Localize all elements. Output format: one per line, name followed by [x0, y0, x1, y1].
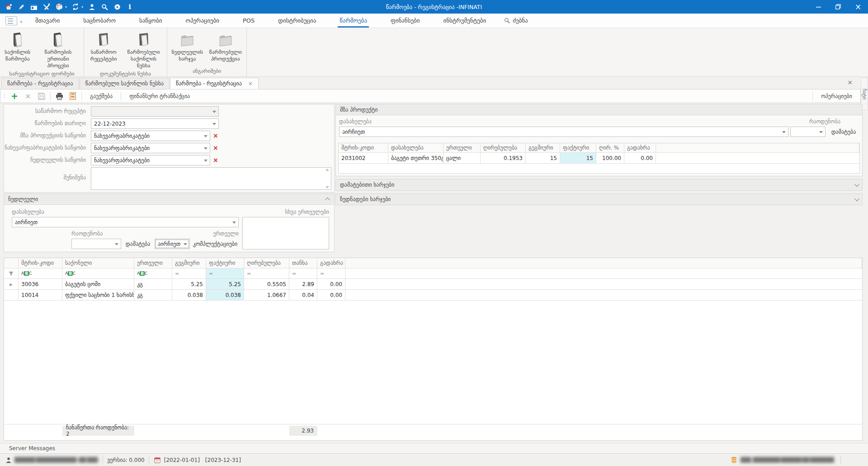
filter-abc-icon[interactable]: ABC — [19, 268, 62, 279]
status-date-from[interactable]: [2022-01-01] — [164, 457, 200, 463]
cancel-button[interactable]: გაუქმება — [84, 90, 119, 102]
cell-actual[interactable]: 15 — [560, 153, 596, 164]
note-textarea[interactable] — [91, 167, 331, 190]
filter-equals-icon[interactable]: = — [172, 268, 206, 279]
ribbon-button-produced-goods-list[interactable]: წარმოებული საქონლის ნუსხა — [124, 30, 163, 69]
column-header[interactable]: დასახელება — [388, 143, 443, 153]
column-header[interactable]: ღირებულება — [244, 258, 289, 268]
raw-qty-combobox[interactable] — [71, 239, 121, 249]
refresh-icon[interactable] — [71, 3, 80, 11]
chevron-down-icon[interactable] — [854, 196, 859, 201]
save-button[interactable] — [35, 90, 48, 102]
cell-actual[interactable]: 0.038 — [206, 290, 244, 301]
app-menu-icon[interactable]: ▾ — [5, 16, 17, 25]
refresh-dropdown-caret[interactable]: ▾ — [81, 5, 83, 9]
raw-kits-button[interactable]: კომპლექტაციები — [192, 239, 239, 249]
filter-equals-icon[interactable]: = — [289, 268, 317, 279]
menu-item-pos[interactable]: POS — [236, 14, 261, 27]
column-header[interactable]: ერთეული — [134, 258, 172, 268]
status-calendar-icon[interactable] — [153, 456, 161, 464]
filter-abc-icon[interactable]: ABC — [134, 268, 172, 279]
ribbon-button-unified-production-process[interactable]: წარმოების ერთიანი პროცესი — [36, 30, 80, 69]
column-header[interactable]: საქონელი — [62, 258, 134, 268]
ribbon-button-raw-material-consumption[interactable]: ნედლეულის ხარჯვა — [171, 30, 204, 62]
restore-button[interactable] — [828, 0, 848, 14]
report-button[interactable] — [66, 90, 80, 102]
column-header[interactable]: ღირებულება — [481, 143, 526, 153]
palette-dropdown-caret[interactable]: ▾ — [65, 5, 67, 9]
additional-costs-header[interactable]: დამატებითი ხარჯები — [336, 179, 862, 190]
clear-semifabricates-warehouse-icon[interactable]: × — [213, 144, 218, 151]
ribbon-button-produced-products[interactable]: წარმოებული პროდუქცია — [208, 30, 243, 62]
materials-row[interactable]: 10014 ფქვილი საცხობი 1 ხარისხი კგ 0.038 … — [4, 290, 862, 301]
search-icon[interactable] — [100, 3, 108, 11]
tab-close-icon[interactable]: × — [248, 80, 253, 87]
edit-pencil-icon[interactable] — [17, 3, 25, 11]
menu-item-operations[interactable]: ოპერაციები — [179, 14, 226, 27]
chevron-down-icon[interactable] — [854, 182, 859, 187]
raw-unit-combobox[interactable]: აირჩიეთ — [155, 239, 190, 249]
product-add-button[interactable]: დამატება — [827, 127, 860, 137]
tab-production-registration-2[interactable]: წარმოება - რეგისტრაცია × — [170, 78, 259, 89]
finished-product-row[interactable]: 2031002 ბაგეტი თეთრი 350გრ ცალი 0.1953 1… — [339, 153, 859, 164]
materials-row[interactable]: ▸ 30036 ბაგეტის ცომი კგ 5.25 5.25 0.5505… — [4, 279, 862, 290]
close-button[interactable]: × — [848, 0, 868, 14]
menu-search[interactable]: ძებნა — [504, 17, 528, 24]
production-date-field[interactable]: 22-12-2023 — [91, 118, 219, 129]
calendar-icon[interactable] — [30, 3, 38, 11]
ribbon-button-goods-production[interactable]: საქონლის წარმოება — [4, 30, 32, 62]
filter-equals-icon[interactable]: = — [244, 268, 289, 279]
info-icon[interactable]: i — [126, 3, 134, 11]
menu-item-warehouse[interactable]: საწყობი — [133, 14, 169, 27]
chevron-up-icon[interactable] — [325, 197, 330, 202]
tab-produced-goods-list[interactable]: წარმოებული საქონლის ნუსხა — [80, 78, 170, 89]
avatar-icon[interactable] — [5, 3, 13, 11]
column-header[interactable]: გადახრა — [317, 258, 345, 268]
clear-finished-goods-warehouse-icon[interactable]: × — [213, 132, 218, 139]
column-header[interactable]: შტრიხ-კოდი — [339, 143, 388, 153]
semifabricates-warehouse-combobox[interactable]: ნახევარფაბრიკატები — [91, 143, 210, 153]
menu-item-finance[interactable]: ფინანსები — [384, 14, 426, 27]
toolbar-grip-icon[interactable]: ⋮ — [0, 93, 8, 99]
cell-actual[interactable]: 5.25 — [206, 279, 244, 290]
product-qty-combobox[interactable] — [790, 127, 826, 137]
delete-record-button[interactable]: × — [21, 90, 35, 102]
product-name-combobox[interactable]: აირჩიეთ — [339, 127, 788, 137]
operations-button[interactable]: ოპერაციები — [815, 90, 859, 102]
filter-equals-icon[interactable]: = — [206, 268, 244, 279]
column-header[interactable]: ფაქტიური — [206, 258, 244, 268]
server-messages-bar[interactable]: Server Messages — [0, 443, 868, 453]
column-header[interactable]: შტრიხ-კოდი — [19, 258, 62, 268]
user-icon[interactable] — [88, 3, 96, 11]
disc-icon[interactable] — [113, 3, 121, 11]
tools-icon[interactable] — [42, 3, 51, 11]
column-header[interactable]: ფაქტიური — [560, 143, 596, 153]
finished-goods-warehouse-combobox[interactable]: ნახევარფაბრიკატები — [91, 131, 210, 141]
filter-funnel-icon[interactable] — [4, 268, 19, 279]
column-header[interactable]: თანხა — [289, 258, 317, 268]
column-header[interactable]: ერთეული — [443, 143, 481, 153]
palette-icon[interactable] — [55, 3, 63, 11]
tab-production-registration-1[interactable]: წარმოება - რეგისტრაცია — [1, 78, 79, 89]
filter-equals-icon[interactable]: = — [317, 268, 345, 279]
menu-item-main[interactable]: მთავარი — [29, 14, 66, 27]
ribbon-button-production-recipes[interactable]: საწარმოო რეცეპტები — [88, 30, 119, 62]
column-header[interactable]: გეგმიური — [526, 143, 560, 153]
document-close-icon[interactable]: × — [847, 79, 853, 86]
add-record-button[interactable]: + — [8, 90, 21, 102]
menu-item-reference[interactable]: საცნობარო — [77, 14, 122, 27]
column-header[interactable]: ღირ. % — [596, 143, 624, 153]
print-button[interactable] — [52, 90, 66, 102]
recipe-combobox[interactable] — [91, 106, 219, 117]
column-header[interactable]: გადახრა — [624, 143, 656, 153]
column-header[interactable]: გეგმიური — [172, 258, 206, 268]
raw-material-warehouse-combobox[interactable]: ნახევარფაბრიკატები — [91, 155, 210, 165]
finished-product-panel-header[interactable]: მზა პროდუქტი — [336, 104, 862, 115]
raw-add-button[interactable]: დამატება — [123, 239, 153, 249]
raw-material-panel-header[interactable]: ნედლეული — [4, 194, 334, 205]
minimize-button[interactable] — [808, 0, 828, 14]
menu-item-production[interactable]: წარმოება — [333, 14, 373, 27]
raw-name-combobox[interactable]: აირჩიეთ — [12, 217, 239, 227]
menu-item-instruments[interactable]: ინსტრუმენტები — [437, 14, 492, 27]
filter-abc-icon[interactable]: ABC — [62, 268, 134, 279]
